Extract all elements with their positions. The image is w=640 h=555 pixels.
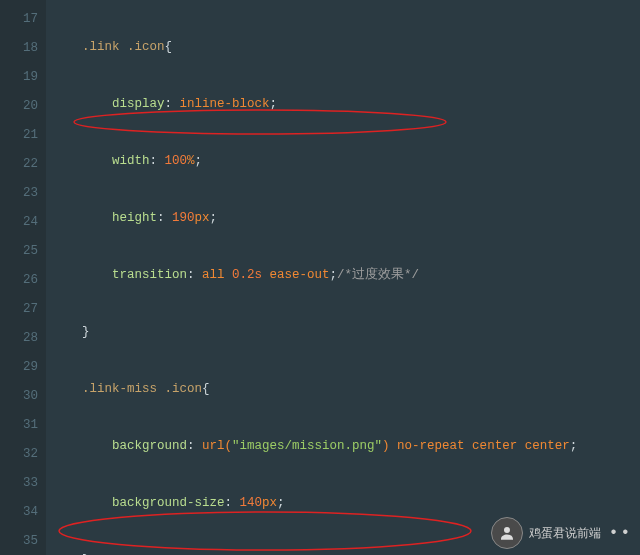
line-number: 33 [10, 469, 38, 498]
line-number: 28 [10, 324, 38, 353]
svg-point-2 [504, 527, 510, 533]
watermark-overlay: 鸡蛋君说前端 •• [491, 517, 632, 549]
line-number: 31 [10, 411, 38, 440]
line-number: 19 [10, 63, 38, 92]
line-number: 22 [10, 150, 38, 179]
line-number: 24 [10, 208, 38, 237]
code-area[interactable]: .link .icon{ display: inline-block; widt… [46, 0, 577, 555]
watermark-label: 鸡蛋君说前端 [529, 525, 601, 542]
line-number: 20 [10, 92, 38, 121]
line-number: 27 [10, 295, 38, 324]
line-number-gutter: 1718192021222324252627282930313233343536… [0, 0, 46, 555]
line-number: 35 [10, 527, 38, 555]
line-number: 23 [10, 179, 38, 208]
line-number: 25 [10, 237, 38, 266]
line-number: 18 [10, 34, 38, 63]
line-number: 34 [10, 498, 38, 527]
line-number: 21 [10, 121, 38, 150]
line-number: 30 [10, 382, 38, 411]
line-number: 32 [10, 440, 38, 469]
code-editor[interactable]: 1718192021222324252627282930313233343536… [0, 0, 640, 555]
line-number: 26 [10, 266, 38, 295]
line-number: 17 [10, 5, 38, 34]
line-number: 29 [10, 353, 38, 382]
dots-icon: •• [609, 524, 632, 542]
avatar-icon [491, 517, 523, 549]
